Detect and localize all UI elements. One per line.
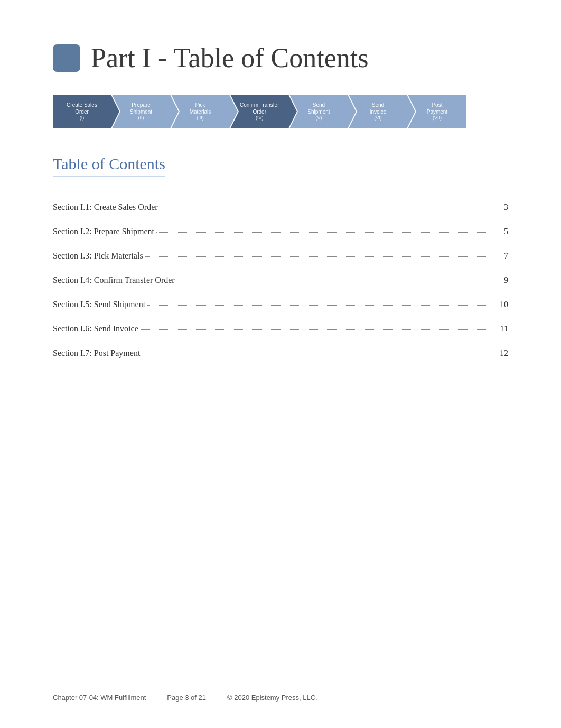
toc-page-4: 9 — [498, 275, 508, 285]
process-step-4: Confirm TransferOrder(IV) — [230, 95, 288, 128]
page-header: Part I - Table of Contents — [53, 42, 508, 73]
toc-dots-1 — [160, 208, 495, 208]
toc-page-2: 5 — [498, 227, 508, 236]
toc-page-1: 3 — [498, 202, 508, 212]
toc-entry-text-1: Section I.1: Create Sales Order — [53, 202, 158, 212]
toc-entry-4: Section I.4: Confirm Transfer Order9 — [53, 275, 508, 285]
toc-dots-6 — [141, 329, 495, 330]
process-flow: Create SalesOrder(I)PrepareShipment(II)P… — [53, 95, 508, 128]
toc-dots-5 — [147, 305, 495, 306]
toc-page-7: 12 — [498, 348, 508, 358]
process-step-7: PostPayment(VII) — [408, 95, 466, 128]
toc-section: Table of Contents Section I.1: Create Sa… — [53, 155, 508, 358]
toc-page-5: 10 — [498, 300, 508, 309]
toc-entry-text-3: Section I.3: Pick Materials — [53, 251, 143, 261]
toc-entry-text-6: Section I.6: Send Invoice — [53, 324, 138, 334]
toc-entry-1: Section I.1: Create Sales Order3 — [53, 202, 508, 212]
toc-entry-3: Section I.3: Pick Materials7 — [53, 251, 508, 261]
toc-dots-3 — [145, 256, 495, 257]
process-step-6: SendInvoice(VI) — [349, 95, 407, 128]
toc-page-6: 11 — [498, 324, 508, 334]
toc-entry-text-7: Section I.7: Post Payment — [53, 348, 140, 358]
toc-entry-text-2: Section I.2: Prepare Shipment — [53, 227, 154, 236]
toc-dots-2 — [156, 232, 495, 233]
footer-page: Page 3 of 21 — [167, 694, 206, 702]
toc-entry-5: Section I.5: Send Shipment10 — [53, 300, 508, 309]
toc-entry-text-5: Section I.5: Send Shipment — [53, 300, 145, 309]
toc-page-3: 7 — [498, 251, 508, 261]
page-title: Part I - Table of Contents — [91, 42, 368, 73]
toc-entry-text-4: Section I.4: Confirm Transfer Order — [53, 275, 175, 285]
process-step-5: SendShipment(V) — [289, 95, 348, 128]
footer-copyright: © 2020 Epistemy Press, LLC. — [227, 694, 317, 702]
process-step-1: Create SalesOrder(I) — [53, 95, 111, 128]
process-step-2: PrepareShipment(II) — [112, 95, 170, 128]
process-step-3: PickMaterials(III) — [171, 95, 229, 128]
toc-heading: Table of Contents — [53, 155, 165, 177]
section-icon — [53, 44, 80, 72]
footer-chapter: Chapter 07-04: WM Fulfillment — [53, 694, 146, 702]
toc-list: Section I.1: Create Sales Order3Section … — [53, 202, 508, 358]
toc-entry-7: Section I.7: Post Payment12 — [53, 348, 508, 358]
toc-entry-2: Section I.2: Prepare Shipment5 — [53, 227, 508, 236]
toc-dots-7 — [142, 354, 495, 354]
toc-dots-4 — [177, 281, 495, 281]
toc-entry-6: Section I.6: Send Invoice11 — [53, 324, 508, 334]
page-footer: Chapter 07-04: WM Fulfillment Page 3 of … — [53, 694, 508, 702]
